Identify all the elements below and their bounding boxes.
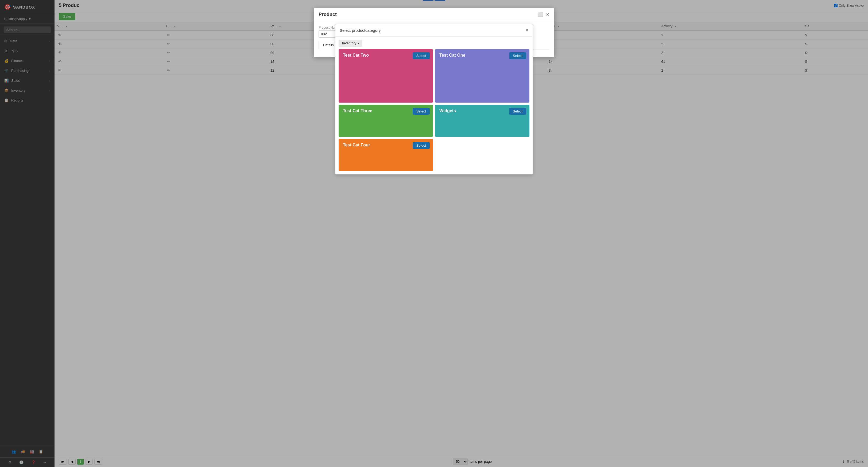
cat-modal-close-button[interactable]: × (525, 28, 528, 33)
cat-modal-title: Select productcategory (340, 28, 380, 33)
cat-grid: Test Cat Two Select Test Cat One Select … (339, 49, 529, 57)
inventory-breadcrumb-button[interactable]: Inventory › (339, 40, 362, 46)
product-modal: Product ⬜ ✕ Product Num Product Nam Deta… (314, 8, 554, 57)
cat-modal-body: Inventory › Test Cat Two Select Test Cat… (335, 37, 533, 57)
chevron-right-icon: › (358, 41, 359, 45)
cat-select-button-cat-one[interactable]: Select (509, 52, 526, 57)
cat-select-button-cat-two[interactable]: Select (413, 52, 430, 57)
product-modal-actions: ⬜ ✕ (538, 12, 550, 17)
cat-select-modal: Select productcategory × Inventory › Tes… (335, 24, 533, 57)
product-modal-header: Product ⬜ ✕ (314, 8, 554, 21)
product-modal-title: Product (318, 12, 337, 18)
modal-overlay[interactable]: Product ⬜ ✕ Product Num Product Nam Deta… (0, 0, 868, 467)
inventory-label: Inventory (342, 41, 356, 45)
cat-card-cat-two: Test Cat Two Select (339, 49, 433, 57)
cat-label: Test Cat One (439, 53, 466, 57)
cat-label: Test Cat Two (343, 53, 369, 57)
cat-modal-header: Select productcategory × (335, 24, 533, 37)
product-modal-body: Product Num Product Nam Details Tax Exem… (314, 21, 554, 57)
cat-card-cat-one: Test Cat One Select (435, 49, 529, 57)
close-button[interactable]: ✕ (546, 12, 550, 17)
maximize-button[interactable]: ⬜ (538, 12, 543, 17)
cat-breadcrumb: Inventory › (339, 40, 529, 46)
